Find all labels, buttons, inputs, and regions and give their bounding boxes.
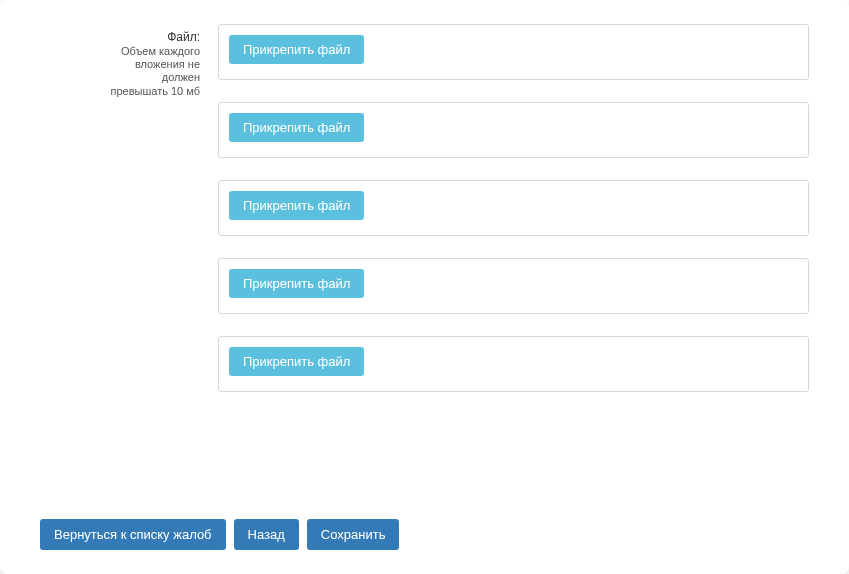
file-slot: Прикрепить файл (218, 102, 809, 158)
attach-file-button[interactable]: Прикрепить файл (229, 347, 364, 376)
file-label-column: Файл: Объем каждого вложения не должен п… (40, 24, 200, 98)
attach-file-button[interactable]: Прикрепить файл (229, 191, 364, 220)
page-container: Файл: Объем каждого вложения не должен п… (0, 0, 849, 574)
back-to-list-button[interactable]: Вернуться к списку жалоб (40, 519, 226, 550)
file-label-sub-line1: Объем каждого (40, 45, 200, 58)
file-slot: Прикрепить файл (218, 180, 809, 236)
file-slots-column: Прикрепить файл Прикрепить файл Прикрепи… (218, 24, 809, 392)
file-label-title: Файл: (40, 30, 200, 45)
attach-file-button[interactable]: Прикрепить файл (229, 269, 364, 298)
file-slot: Прикрепить файл (218, 24, 809, 80)
back-button[interactable]: Назад (234, 519, 299, 550)
file-label-sub-line2: вложения не (40, 58, 200, 71)
attach-file-button[interactable]: Прикрепить файл (229, 35, 364, 64)
file-label-sub-line4: превышать 10 мб (40, 85, 200, 98)
file-label-sub-line3: должен (40, 71, 200, 84)
file-slot: Прикрепить файл (218, 258, 809, 314)
footer-actions: Вернуться к списку жалоб Назад Сохранить (40, 519, 809, 550)
file-upload-row: Файл: Объем каждого вложения не должен п… (40, 24, 809, 489)
file-slot: Прикрепить файл (218, 336, 809, 392)
save-button[interactable]: Сохранить (307, 519, 400, 550)
attach-file-button[interactable]: Прикрепить файл (229, 113, 364, 142)
